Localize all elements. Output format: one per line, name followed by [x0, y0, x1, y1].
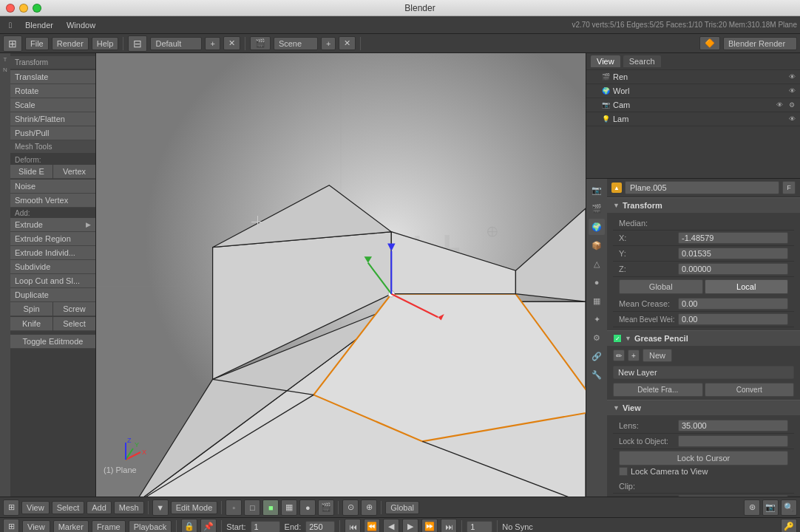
file-menu[interactable]: File	[25, 37, 49, 50]
smooth-vertex-btn[interactable]: Smooth Vertex	[10, 194, 95, 208]
vertex-btn[interactable]: Vertex	[53, 165, 95, 179]
z-value[interactable]: 0.00000	[678, 263, 788, 275]
tl-next-frame-btn[interactable]: ⏩	[421, 519, 438, 533]
tl-jump-end-btn[interactable]: ⏭	[441, 519, 457, 533]
vt-cam-icon[interactable]: 📷	[762, 499, 779, 516]
vt-blender-icon[interactable]: ⊞	[3, 499, 19, 516]
y-value[interactable]: 0.01535	[678, 248, 788, 259]
scene-add[interactable]: +	[321, 37, 336, 50]
viewport[interactable]: User Persp 人人素材	[96, 53, 586, 497]
layout-remove[interactable]: ✕	[223, 36, 240, 50]
tl-jump-start-btn[interactable]: ⏮	[345, 519, 361, 533]
vis-icon-5[interactable]: 👁	[787, 114, 797, 124]
vt-snap-icon[interactable]: ⊕	[361, 499, 377, 516]
rotate-btn[interactable]: Rotate	[10, 84, 95, 98]
edit-menu[interactable]: Render	[52, 37, 89, 50]
prop-world-icon[interactable]: 🌍	[589, 219, 605, 235]
gp-draw-btn[interactable]: ✏	[613, 349, 625, 361]
vt-mode-icon[interactable]: ▼	[152, 499, 169, 516]
subdivide-btn[interactable]: Subdivide	[10, 260, 95, 274]
mean-bevel-value[interactable]: 0.00	[678, 313, 788, 325]
lock-object-field[interactable]	[678, 435, 788, 447]
lock-to-cursor-btn[interactable]: Lock to Cursor	[619, 451, 788, 466]
noise-btn[interactable]: Noise	[10, 180, 95, 194]
object-flag[interactable]: F	[782, 181, 796, 194]
timeline-playback-btn[interactable]: Playback	[129, 520, 172, 533]
prop-particles-icon[interactable]: ✦	[589, 311, 605, 327]
menu-apple[interactable]: 	[3, 19, 18, 31]
translate-btn[interactable]: Translate	[10, 70, 95, 84]
tab-view[interactable]: View	[591, 55, 620, 67]
global-btn[interactable]: Global	[619, 279, 703, 294]
prop-mesh-icon[interactable]: △	[589, 256, 605, 272]
start-frame-field[interactable]: 1	[251, 521, 280, 533]
spin-btn[interactable]: Spin	[10, 302, 52, 316]
gp-new-layer-field[interactable]: New Layer	[613, 366, 794, 379]
help-menu[interactable]: Help	[92, 37, 119, 50]
renderer-select[interactable]: Blender Render	[723, 37, 797, 50]
slide-e-btn[interactable]: Slide E	[10, 165, 52, 179]
close-btn[interactable]	[6, 4, 15, 13]
transform-section-header[interactable]: ▼ Transform	[607, 198, 800, 213]
screw-btn[interactable]: Screw	[53, 302, 95, 316]
duplicate-btn[interactable]: Duplicate	[10, 288, 95, 302]
gp-convert-btn[interactable]: Convert	[705, 383, 795, 397]
vis-icon-1[interactable]: 👁	[787, 72, 797, 82]
vt-point-icon[interactable]: ◦	[226, 499, 242, 516]
prop-physics-icon[interactable]: ⚙	[589, 330, 605, 346]
outliner-item-cam[interactable]: 📷 Cam 👁 ⚙	[586, 98, 800, 112]
prop-texture-icon[interactable]: ▦	[589, 293, 605, 309]
local-btn[interactable]: Local	[705, 279, 789, 294]
object-name-field[interactable]: Plane.005	[625, 181, 779, 194]
minimize-btn[interactable]	[19, 4, 28, 13]
tl-play-rev-btn[interactable]: ◀	[383, 519, 399, 533]
extrude-btn[interactable]: Extrude▶	[10, 218, 95, 232]
gp-checkbox[interactable]: ✓	[613, 334, 622, 343]
view-section-header[interactable]: ▼ View	[607, 400, 800, 415]
shrink-flatten-btn[interactable]: Shrink/Flatten	[10, 112, 95, 126]
vt-solid-icon[interactable]: ■	[262, 499, 279, 516]
vt-add-btn[interactable]: Add	[87, 501, 112, 514]
vis-icon-4[interactable]: ⚙	[787, 100, 797, 110]
vt-texture-icon[interactable]: ▦	[281, 499, 297, 516]
start-value[interactable]: 0.100	[678, 495, 788, 497]
layout-select[interactable]: Default	[150, 37, 202, 50]
prop-render-icon[interactable]: 📷	[589, 182, 605, 198]
vt-wire-icon[interactable]: □	[244, 499, 260, 516]
tool-icon-2[interactable]: N	[1, 66, 10, 75]
layout-icon[interactable]: ⊟	[128, 35, 147, 52]
timeline-pin-icon[interactable]: 📌	[200, 519, 217, 533]
prop-object-icon[interactable]: 📦	[589, 237, 605, 253]
vt-orbit-icon[interactable]: ⊛	[744, 499, 760, 516]
mean-crease-value[interactable]: 0.00	[678, 298, 788, 310]
vis-icon-3[interactable]: 👁	[774, 100, 784, 110]
prop-scene-icon[interactable]: 🎬	[589, 200, 605, 216]
prop-material-icon[interactable]: ●	[589, 274, 605, 290]
timeline-type-icon[interactable]: ⊞	[3, 519, 19, 533]
push-pull-btn[interactable]: Push/Pull	[10, 126, 95, 140]
gp-new-btn[interactable]: New	[643, 349, 672, 362]
end-frame-field[interactable]: 250	[305, 521, 335, 533]
timeline-frame-btn[interactable]: Frame	[92, 520, 126, 533]
vt-mesh-btn[interactable]: Mesh	[114, 501, 144, 514]
lock-camera-check[interactable]	[619, 467, 628, 476]
tl-play-btn[interactable]: ▶	[402, 519, 418, 533]
vis-icon-2[interactable]: 👁	[787, 86, 797, 96]
select-btn[interactable]: Select	[53, 317, 95, 331]
vt-material-icon[interactable]: ●	[299, 499, 316, 516]
maximize-btn[interactable]	[33, 4, 41, 13]
tab-search[interactable]: Search	[623, 55, 661, 67]
vt-select-btn[interactable]: Select	[52, 501, 85, 514]
scene-select[interactable]: Scene	[274, 37, 318, 50]
extrude-individ-btn[interactable]: Extrude Individ...	[10, 246, 95, 260]
vt-render-icon[interactable]: 🎬	[318, 499, 334, 516]
gp-delete-frame-btn[interactable]: Delete Fra...	[613, 383, 703, 397]
tool-icon-1[interactable]: T	[1, 56, 10, 65]
prop-constraints-icon[interactable]: 🔗	[589, 348, 605, 364]
x-value[interactable]: -1.48579	[678, 232, 788, 244]
timeline-view-btn[interactable]: View	[22, 520, 50, 533]
grease-pencil-header[interactable]: ✓ ▼ Grease Pencil	[607, 331, 800, 346]
scene-icon[interactable]: 🎬	[250, 36, 271, 50]
vt-editmode-btn[interactable]: Edit Mode	[171, 501, 218, 514]
scale-btn[interactable]: Scale	[10, 98, 95, 112]
